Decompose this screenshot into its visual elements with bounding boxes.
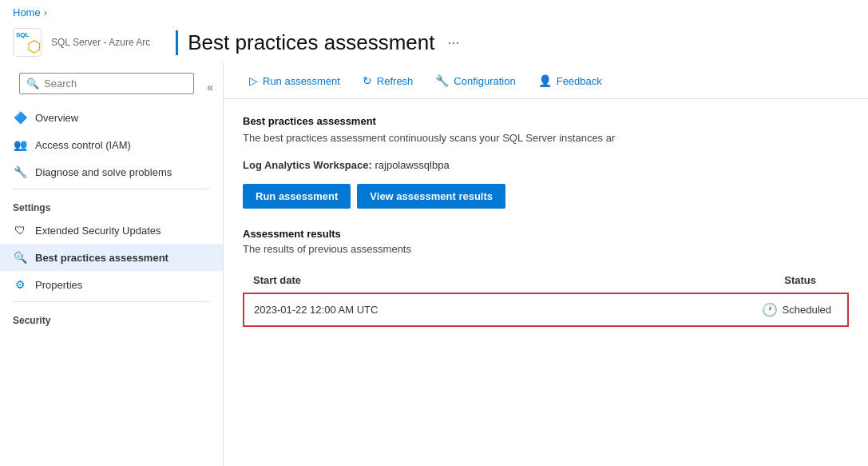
feedback-label: Feedback <box>557 75 602 87</box>
results-table: Start date Status 2023-01-22 12:00 AM UT… <box>243 268 849 327</box>
status-value: Scheduled <box>783 304 831 316</box>
properties-icon: ⚙ <box>13 277 27 292</box>
home-link[interactable]: Home <box>13 6 41 18</box>
best-practices-label: Best practices assessment <box>35 252 168 264</box>
log-analytics-row: Log Analytics Workspace: rajpolawssqlbpa <box>243 159 849 171</box>
start-date-cell: 2023-01-22 12:00 AM UTC <box>244 293 606 326</box>
breadcrumb-separator: › <box>44 6 47 18</box>
overview-label: Overview <box>35 112 78 124</box>
extended-security-icon: 🛡 <box>13 223 27 237</box>
run-assessment-toolbar-button[interactable]: ▷ Run assessment <box>240 70 350 92</box>
sidebar-item-overview[interactable]: 🔷 Overview <box>0 104 223 131</box>
header-title-area: SQL Server - Azure Arc <box>51 37 150 48</box>
extended-security-label: Extended Security Updates <box>35 225 161 237</box>
more-options-button[interactable]: ··· <box>448 34 460 51</box>
refresh-label: Refresh <box>377 75 414 87</box>
properties-label: Properties <box>35 279 82 291</box>
col-status: Status <box>606 268 848 293</box>
feedback-icon: 👤 <box>538 74 552 87</box>
main-layout: 🔍 « 🔷 Overview 👥 Access control (IAM) 🔧 … <box>0 63 868 466</box>
run-assessment-button[interactable]: Run assessment <box>243 184 351 209</box>
access-control-icon: 👥 <box>13 137 27 152</box>
log-analytics-workspace: rajpolawssqlbpa <box>375 159 449 171</box>
content-body: Best practices assessment The best pract… <box>224 99 868 343</box>
sidebar-item-extended-security[interactable]: 🛡 Extended Security Updates <box>0 217 223 244</box>
configuration-label: Configuration <box>454 75 515 87</box>
page-title: Best practices assessment <box>176 30 434 55</box>
sidebar-item-access-control[interactable]: 👥 Access control (IAM) <box>0 131 223 158</box>
settings-divider <box>13 189 210 189</box>
overview-icon: 🔷 <box>13 110 27 125</box>
sidebar: 🔍 « 🔷 Overview 👥 Access control (IAM) 🔧 … <box>0 63 224 466</box>
search-icon: 🔍 <box>26 78 39 90</box>
run-icon: ▷ <box>249 74 258 87</box>
view-assessment-results-button[interactable]: View assessment results <box>357 184 505 209</box>
intro-desc: The best practices assessment continuous… <box>243 130 849 146</box>
search-input[interactable] <box>44 78 187 90</box>
configuration-icon: 🔧 <box>435 74 449 87</box>
clock-icon: 🕐 <box>762 302 778 317</box>
search-box[interactable]: 🔍 <box>19 73 194 94</box>
header-main: Best practices assessment ··· <box>176 30 459 55</box>
results-section: Assessment results The results of previo… <box>243 228 849 327</box>
sidebar-item-best-practices[interactable]: 🔍 Best practices assessment <box>0 244 223 271</box>
sql-arc-icon <box>13 28 42 57</box>
collapse-sidebar-button[interactable]: « <box>204 79 216 95</box>
sidebar-item-diagnose[interactable]: 🔧 Diagnose and solve problems <box>0 158 223 185</box>
settings-section-header: Settings <box>0 193 223 217</box>
diagnose-label: Diagnose and solve problems <box>35 166 172 178</box>
diagnose-icon: 🔧 <box>13 165 27 179</box>
refresh-button[interactable]: ↻ Refresh <box>353 70 423 92</box>
breadcrumb: Home › <box>0 0 868 25</box>
results-title: Assessment results <box>243 228 849 240</box>
service-subtitle: SQL Server - Azure Arc <box>51 37 150 48</box>
results-desc: The results of previous assessments <box>243 243 849 255</box>
best-practices-icon: 🔍 <box>13 250 27 265</box>
refresh-icon: ↻ <box>363 74 372 87</box>
run-assessment-label: Run assessment <box>263 75 340 87</box>
toolbar: ▷ Run assessment ↻ Refresh 🔧 Configurati… <box>224 63 868 99</box>
action-buttons: Run assessment View assessment results <box>243 184 849 209</box>
log-analytics-label: Log Analytics Workspace: <box>243 159 372 171</box>
page-header: SQL Server - Azure Arc Best practices as… <box>0 25 868 63</box>
sidebar-item-properties[interactable]: ⚙ Properties <box>0 271 223 298</box>
intro-title: Best practices assessment <box>243 115 849 127</box>
col-start-date: Start date <box>244 268 606 293</box>
security-divider <box>13 301 210 302</box>
configuration-button[interactable]: 🔧 Configuration <box>426 70 525 92</box>
access-control-label: Access control (IAM) <box>35 139 131 151</box>
content-area: ▷ Run assessment ↻ Refresh 🔧 Configurati… <box>224 63 868 466</box>
table-row: 2023-01-22 12:00 AM UTC 🕐 Scheduled <box>244 293 848 326</box>
status-cell: 🕐 Scheduled <box>606 293 848 326</box>
security-section-header: Security <box>0 305 223 329</box>
feedback-button[interactable]: 👤 Feedback <box>529 70 612 92</box>
